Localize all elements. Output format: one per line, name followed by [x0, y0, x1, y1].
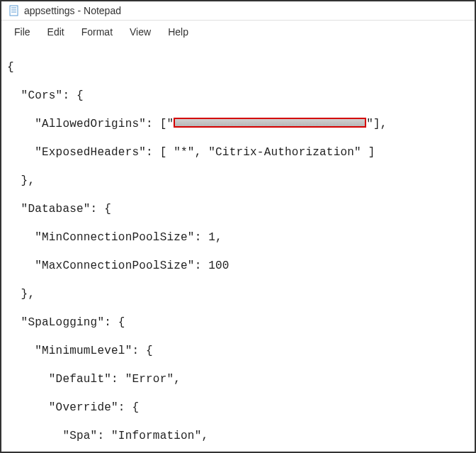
code-line: "MinimumLevel": {: [7, 344, 469, 358]
code-line: "MinConnectionPoolSize": 1,: [7, 230, 469, 245]
svg-rect-0: [10, 6, 18, 16]
menu-format[interactable]: Format: [74, 23, 120, 40]
code-line: "Cors": {: [7, 89, 469, 103]
titlebar: appsettings - Notepad: [1, 1, 475, 21]
code-text: "],: [366, 118, 387, 130]
menu-view[interactable]: View: [123, 23, 158, 40]
code-line: "ExposedHeaders": [ "*", "Citrix-Authori…: [7, 145, 469, 160]
menu-file[interactable]: File: [7, 23, 38, 40]
editor-area[interactable]: { "Cors": { "AllowedOrigins": [""], "Exp…: [1, 43, 475, 453]
code-line: {: [7, 60, 469, 74]
code-line: "Override": {: [7, 401, 469, 415]
menu-edit[interactable]: Edit: [40, 23, 72, 40]
redacted-box: [174, 118, 366, 128]
code-line: "Database": {: [7, 202, 469, 216]
menu-help[interactable]: Help: [161, 23, 196, 40]
code-line: "AllowedOrigins": [""],: [7, 117, 469, 131]
notepad-icon: [8, 5, 20, 16]
code-line: "MaxConnectionPoolSize": 100: [7, 259, 469, 273]
code-line: },: [7, 174, 469, 188]
menubar: File Edit Format View Help: [1, 21, 475, 43]
code-text: "AllowedOrigins": [": [7, 118, 174, 130]
code-line: "SpaLogging": {: [7, 315, 469, 330]
window-title: appsettings - Notepad: [24, 5, 121, 16]
code-line: },: [7, 287, 469, 301]
code-line: "Spa": "Information",: [7, 429, 469, 443]
code-line: "Default": "Error",: [7, 372, 469, 386]
